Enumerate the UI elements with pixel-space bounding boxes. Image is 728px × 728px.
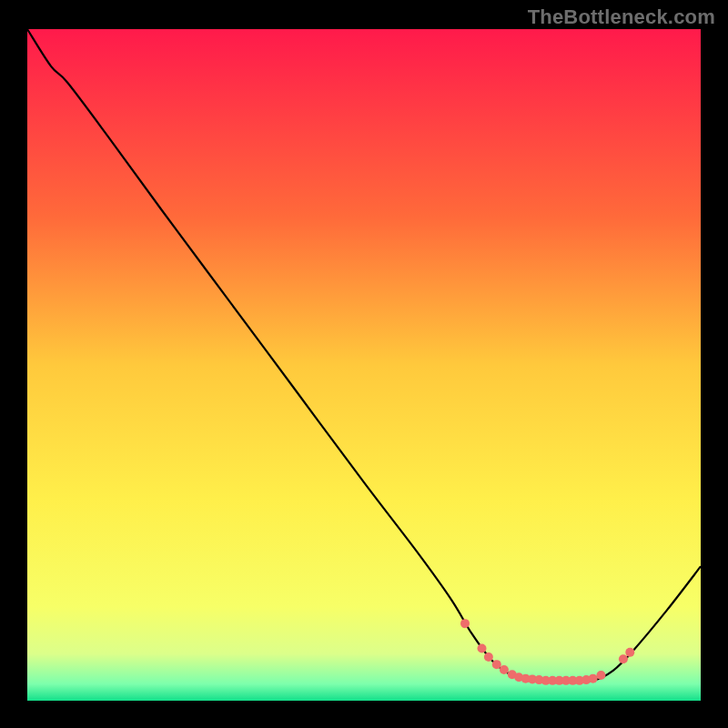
curve-marker <box>492 660 501 669</box>
plot-background <box>27 29 701 701</box>
curve-marker <box>500 665 509 674</box>
curve-marker <box>478 643 487 652</box>
curve-marker <box>619 654 628 663</box>
curve-marker <box>460 619 470 628</box>
curve-marker <box>589 674 598 683</box>
curve-marker <box>484 652 493 662</box>
curve-marker <box>625 648 634 657</box>
chart-svg <box>0 0 728 728</box>
curve-marker <box>596 671 605 680</box>
chart-container: TheBottleneck.com <box>0 0 728 728</box>
watermark-label: TheBottleneck.com <box>528 5 715 29</box>
